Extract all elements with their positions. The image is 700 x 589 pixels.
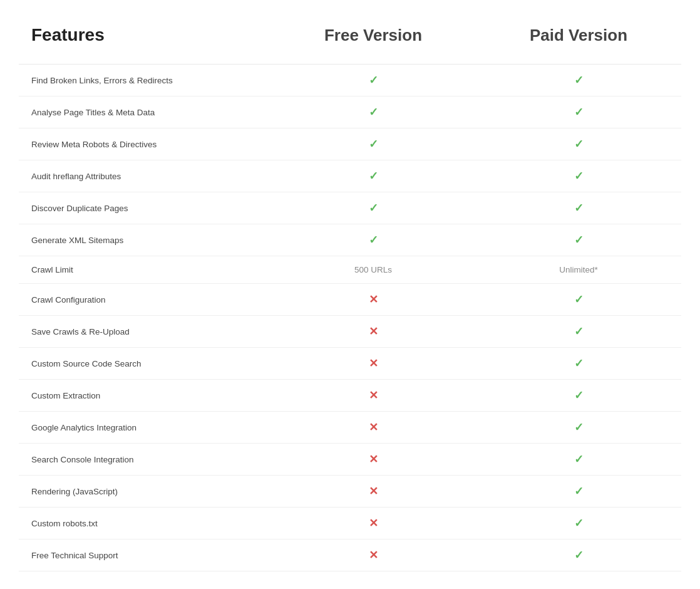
free-value: ✕: [270, 508, 476, 539]
feature-name: Save Crawls & Re-Upload: [19, 316, 270, 348]
paid-value: ✓: [476, 65, 681, 96]
free-value: ✕: [270, 380, 476, 412]
check-icon: ✓: [574, 453, 584, 466]
paid-value: ✓: [476, 128, 681, 160]
table-row: Google Analytics Integration✕✓: [19, 412, 681, 444]
free-value: ✓: [270, 224, 476, 256]
check-icon: ✓: [574, 325, 584, 338]
free-value: ✕: [270, 444, 476, 476]
paid-value: ✓: [476, 224, 681, 256]
table-row: Crawl Configuration✕✓: [19, 284, 681, 316]
cross-icon: ✕: [369, 453, 378, 466]
table-row: Free Technical Support✕✓: [19, 539, 681, 571]
free-value: ✕: [270, 284, 476, 316]
check-icon: ✓: [574, 234, 584, 246]
free-value: ✕: [270, 412, 476, 444]
check-icon: ✓: [574, 170, 584, 182]
free-value: ✓: [270, 192, 476, 224]
feature-name: Free Technical Support: [19, 539, 270, 571]
free-value: ✓: [270, 160, 476, 192]
free-price-cell: FreeDownload free version: [270, 571, 476, 590]
text-value: 500 URLs: [354, 265, 392, 274]
check-icon: ✓: [369, 106, 378, 118]
check-icon: ✓: [574, 293, 584, 306]
check-icon: ✓: [574, 389, 584, 402]
check-icon: ✓: [574, 357, 584, 370]
cross-icon: ✕: [369, 549, 378, 561]
table-row: Discover Duplicate Pages✓✓: [19, 192, 681, 224]
paid-value: ✓: [476, 160, 681, 192]
feature-name: Custom Source Code Search: [19, 348, 270, 380]
paid-value: ✓: [476, 476, 681, 508]
feature-name: Custom robots.txt: [19, 508, 270, 539]
feature-name: Search Console Integration: [19, 444, 270, 476]
cross-icon: ✕: [369, 517, 378, 529]
paid-value: ✓: [476, 539, 681, 571]
paid-value: ✓: [476, 412, 681, 444]
table-row: Custom Source Code Search✕✓: [19, 348, 681, 380]
table-row: Analyse Page Titles & Meta Data✓✓: [19, 96, 681, 128]
footer-row: Price per licenceLicences last 1 year. A…: [19, 571, 681, 590]
free-value: ✓: [270, 96, 476, 128]
paid-value: ✓: [476, 380, 681, 412]
check-icon: ✓: [369, 170, 378, 182]
feature-name: Analyse Page Titles & Meta Data: [19, 96, 270, 128]
paid-value: ✓: [476, 284, 681, 316]
cross-icon: ✕: [369, 485, 378, 498]
paid-version-header: Paid Version: [476, 13, 681, 65]
price-label-cell: Price per licenceLicences last 1 year. A…: [19, 571, 270, 590]
check-icon: ✓: [574, 74, 584, 86]
free-value: ✕: [270, 348, 476, 380]
check-icon: ✓: [369, 234, 378, 246]
check-icon: ✓: [574, 549, 584, 561]
check-icon: ✓: [574, 517, 584, 529]
feature-name: Custom Extraction: [19, 380, 270, 412]
check-icon: ✓: [369, 74, 378, 86]
paid-price-cell: £149.00 Per YearPurchase licence: [476, 571, 681, 590]
feature-name: Find Broken Links, Errors & Redirects: [19, 65, 270, 96]
table-row: Review Meta Robots & Directives✓✓: [19, 128, 681, 160]
table-row: Find Broken Links, Errors & Redirects✓✓: [19, 65, 681, 96]
check-icon: ✓: [574, 138, 584, 150]
check-icon: ✓: [369, 138, 378, 150]
free-value: ✓: [270, 65, 476, 96]
cross-icon: ✕: [369, 357, 378, 370]
free-value: ✕: [270, 476, 476, 508]
free-version-header: Free Version: [270, 13, 476, 65]
paid-value: ✓: [476, 348, 681, 380]
feature-name: Google Analytics Integration: [19, 412, 270, 444]
feature-name: Audit hreflang Attributes: [19, 160, 270, 192]
paid-value: ✓: [476, 508, 681, 539]
feature-name: Crawl Configuration: [19, 284, 270, 316]
check-icon: ✓: [369, 202, 378, 214]
table-row: Custom Extraction✕✓: [19, 380, 681, 412]
feature-name: Rendering (JavaScript): [19, 476, 270, 508]
feature-name: Discover Duplicate Pages: [19, 192, 270, 224]
free-value: ✕: [270, 539, 476, 571]
feature-name: Crawl Limit: [19, 256, 270, 284]
cross-icon: ✕: [369, 421, 378, 434]
paid-value: Unlimited*: [476, 256, 681, 284]
table-row: Generate XML Sitemaps✓✓: [19, 224, 681, 256]
table-row: Audit hreflang Attributes✓✓: [19, 160, 681, 192]
free-value: ✕: [270, 316, 476, 348]
paid-value: ✓: [476, 316, 681, 348]
text-value: Unlimited*: [559, 265, 598, 274]
feature-name: Generate XML Sitemaps: [19, 224, 270, 256]
paid-value: ✓: [476, 192, 681, 224]
cross-icon: ✕: [369, 389, 378, 402]
paid-value: ✓: [476, 444, 681, 476]
table-row: Search Console Integration✕✓: [19, 444, 681, 476]
check-icon: ✓: [574, 106, 584, 118]
table-row: Crawl Limit500 URLsUnlimited*: [19, 256, 681, 284]
table-row: Save Crawls & Re-Upload✕✓: [19, 316, 681, 348]
free-value: ✓: [270, 128, 476, 160]
check-icon: ✓: [574, 485, 584, 498]
table-row: Custom robots.txt✕✓: [19, 508, 681, 539]
paid-value: ✓: [476, 96, 681, 128]
feature-name: Review Meta Robots & Directives: [19, 128, 270, 160]
table-row: Rendering (JavaScript)✕✓: [19, 476, 681, 508]
free-value: 500 URLs: [270, 256, 476, 284]
cross-icon: ✕: [369, 325, 378, 338]
features-header: Features: [19, 13, 270, 65]
